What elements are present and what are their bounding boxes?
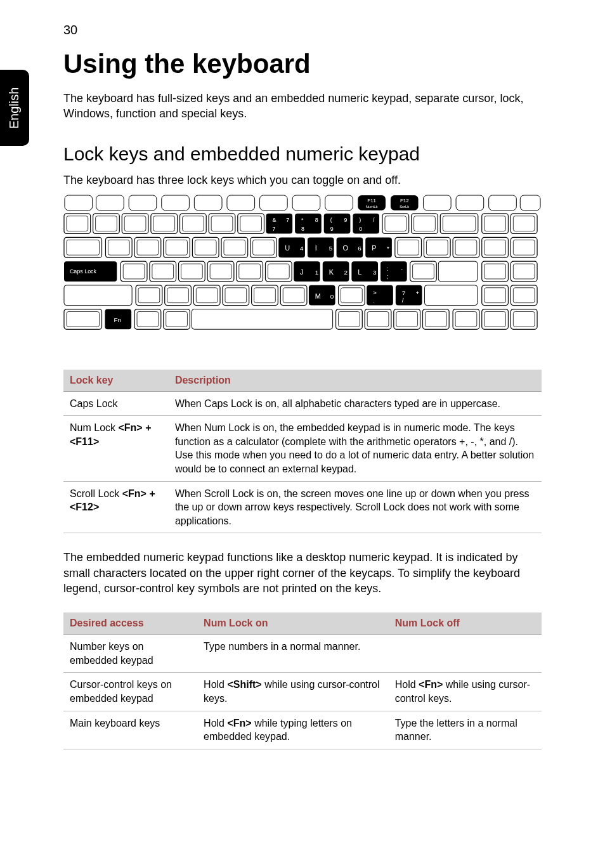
- svg-text:O: O: [342, 244, 348, 252]
- svg-text:F12: F12: [400, 197, 409, 203]
- svg-text:?: ?: [402, 288, 406, 295]
- svg-rect-8: [194, 195, 222, 211]
- keyboard-svg: F11 NumLk F12 ScrLk &77: [63, 193, 542, 352]
- svg-rect-10: [260, 195, 288, 211]
- svg-text::: :: [387, 265, 389, 272]
- svg-text:;: ;: [387, 273, 389, 280]
- svg-rect-19: [423, 195, 451, 211]
- svg-text:F11: F11: [367, 197, 376, 203]
- svg-rect-6: [129, 195, 157, 211]
- u-key: U4: [278, 237, 305, 257]
- page-title: Using the keyboard: [63, 49, 542, 79]
- f12-key: F12 ScrLk: [391, 195, 419, 211]
- svg-rect-20: [456, 195, 484, 211]
- table-row: Scroll Lock <Fn> + <F12> When Scroll Loc…: [63, 481, 542, 533]
- svg-text:.: .: [373, 296, 375, 303]
- svg-text:Fn: Fn: [114, 316, 122, 323]
- svg-text:9: 9: [330, 225, 334, 231]
- svg-text:M: M: [315, 292, 321, 299]
- svg-text:5: 5: [329, 245, 333, 252]
- svg-text:*: *: [387, 245, 389, 252]
- svg-rect-66: [438, 261, 478, 282]
- o-key: O6: [337, 237, 363, 257]
- svg-text:NumLk: NumLk: [366, 204, 378, 208]
- svg-text:0: 0: [359, 225, 362, 231]
- table-row: Cursor-control keys on embedded keypad H…: [63, 673, 542, 711]
- caps-lock-key: Caps Lock: [64, 261, 117, 282]
- svg-rect-22: [520, 195, 540, 211]
- svg-text:-: -: [401, 265, 403, 272]
- svg-text:>: >: [373, 288, 377, 295]
- svg-rect-12: [325, 195, 353, 211]
- svg-text:Caps Lock: Caps Lock: [70, 268, 97, 275]
- k-key: K2: [323, 261, 349, 282]
- table-row: Num Lock <Fn> + <F11> When Num Lock is o…: [63, 416, 542, 481]
- page-number: 30: [63, 23, 542, 37]
- svg-rect-7: [162, 195, 190, 211]
- svg-text:*: *: [301, 216, 304, 223]
- svg-rect-5: [96, 195, 124, 211]
- th-lock-key: Lock key: [63, 370, 169, 392]
- svg-text:2: 2: [344, 269, 348, 276]
- body-paragraph: The embedded numeric keypad functions li…: [63, 550, 542, 596]
- svg-rect-78: [424, 285, 477, 305]
- l-key: L3: [351, 261, 378, 282]
- svg-text:I: I: [315, 244, 317, 252]
- svg-text:0: 0: [330, 292, 334, 299]
- svg-text:7: 7: [286, 216, 289, 223]
- svg-rect-9: [227, 195, 255, 211]
- j-key: J1: [294, 261, 320, 282]
- i-key: I5: [308, 237, 334, 257]
- lock-key-table: Lock key Description Caps Lock When Caps…: [63, 370, 542, 534]
- num-row-8: *88: [295, 213, 322, 233]
- th-desired-access: Desired access: [63, 612, 197, 635]
- num-row-9: (99: [324, 213, 351, 233]
- svg-rect-62: [381, 261, 407, 282]
- svg-rect-71: [367, 285, 393, 305]
- svg-text:4: 4: [300, 245, 304, 252]
- svg-text:J: J: [300, 268, 303, 276]
- svg-text:K: K: [329, 268, 334, 276]
- language-tab: English: [0, 70, 29, 146]
- svg-text:9: 9: [344, 216, 347, 223]
- svg-text:ScrLk: ScrLk: [400, 204, 409, 208]
- svg-text:&: &: [272, 216, 276, 223]
- slash-key: ?+/: [396, 285, 422, 305]
- svg-text:): ): [359, 216, 361, 223]
- svg-text:3: 3: [373, 269, 377, 276]
- language-tab-label: English: [8, 87, 22, 129]
- svg-text:/: /: [402, 296, 404, 303]
- th-description: Description: [169, 370, 542, 392]
- m-key: M0: [309, 285, 335, 305]
- p-key: P*: [365, 237, 392, 257]
- svg-text:6: 6: [358, 245, 361, 252]
- intro-paragraph: The keyboard has full-sized keys and an …: [63, 91, 542, 122]
- table-row: Number keys on embedded keypad Type numb…: [63, 635, 542, 673]
- f11-key: F11 NumLk: [358, 195, 386, 211]
- th-numlock-off: Num Lock off: [389, 612, 542, 635]
- keyboard-illustration: F11 NumLk F12 ScrLk &77: [63, 193, 542, 352]
- svg-rect-4: [65, 195, 93, 211]
- access-table: Desired access Num Lock on Num Lock off …: [63, 612, 542, 749]
- svg-text:P: P: [372, 244, 376, 252]
- svg-rect-11: [292, 195, 320, 211]
- svg-rect-35: [353, 213, 379, 233]
- svg-text:1: 1: [315, 269, 319, 276]
- svg-text:U: U: [285, 244, 290, 252]
- svg-text:+: +: [416, 288, 420, 295]
- svg-rect-67: [64, 285, 132, 305]
- period-key: >.: [367, 285, 393, 305]
- svg-text:(: (: [330, 216, 332, 223]
- svg-text:8: 8: [315, 216, 318, 223]
- semicolon-key: :-;: [381, 261, 407, 282]
- section-heading: Lock keys and embedded numeric keypad: [63, 143, 542, 165]
- svg-text:L: L: [358, 268, 361, 276]
- th-numlock-on: Num Lock on: [197, 612, 389, 635]
- svg-rect-21: [489, 195, 517, 211]
- section-subtext: The keyboard has three lock keys which y…: [63, 174, 542, 187]
- page: English 30 Using the keyboard The keyboa…: [0, 0, 605, 804]
- num-row-0: )/0: [353, 213, 379, 233]
- svg-text:8: 8: [301, 225, 304, 231]
- table-row: Main keyboard keys Hold <Fn> while typin…: [63, 711, 542, 749]
- svg-text:7: 7: [272, 225, 275, 231]
